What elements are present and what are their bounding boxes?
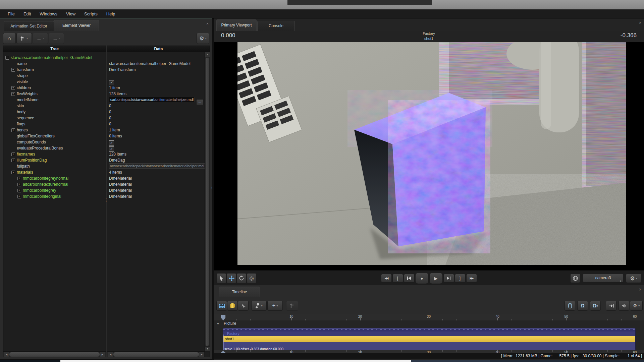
tree-node-body[interactable]: body <box>3 109 106 115</box>
go-to-playhead-button[interactable] <box>606 301 616 311</box>
options-button[interactable]: ⚙▾ <box>197 33 209 44</box>
tree-node-flexnames[interactable]: +flexnames <box>3 151 106 157</box>
audio-mute-button[interactable] <box>619 301 629 311</box>
expand-icon[interactable]: + <box>11 68 15 72</box>
tree-node-children[interactable]: +children <box>3 85 106 91</box>
home-button[interactable]: ⌂ <box>3 33 16 44</box>
playhead-marker[interactable] <box>221 315 225 320</box>
expand-icon[interactable]: + <box>17 189 21 192</box>
viewport-settings-button[interactable]: ⚙▾ <box>626 274 641 283</box>
attribute-text-input[interactable]: carbonitepack/starwarscarbonitematerialh… <box>109 97 195 102</box>
expand-icon[interactable]: + <box>17 183 21 186</box>
scrub-mode-button[interactable] <box>565 301 575 311</box>
play-button[interactable]: ▶ <box>429 273 443 284</box>
rewind-button[interactable]: ◀◀ <box>381 274 392 283</box>
forward-button[interactable]: →▾ <box>49 33 64 44</box>
tree-node-mmdcarboniteoriginal[interactable]: +mmdcarboniteoriginal <box>3 193 106 199</box>
tab-animation-set-editor[interactable]: Animation Set Editor <box>4 21 54 31</box>
scroll-right-icon[interactable]: ▶ <box>100 352 105 357</box>
tree-node-skin[interactable]: skin <box>3 103 106 109</box>
motion-editor-mode-button[interactable] <box>227 301 238 311</box>
scroll-up-icon[interactable]: ▲ <box>205 52 210 57</box>
tree-node-materials[interactable]: -materials <box>3 169 106 175</box>
tree-node-modelName[interactable]: modelName <box>3 97 106 103</box>
tab-console[interactable]: Console <box>257 21 295 31</box>
move-tool-button[interactable] <box>226 273 236 283</box>
tree-node-mmdcarbonitegrey[interactable]: +mmdcarbonitegrey <box>3 187 106 193</box>
tab-timeline[interactable]: Timeline <box>219 287 260 297</box>
record-button[interactable]: ● <box>415 273 429 284</box>
tree-node-globalFlexControllers[interactable]: globalFlexControllers <box>3 133 106 139</box>
render-viewport[interactable] <box>214 42 644 270</box>
tree-node-shape[interactable]: shape <box>3 73 106 79</box>
tree-node-flexWeights[interactable]: +flexWeights <box>3 91 106 97</box>
scroll-thumb[interactable] <box>9 352 100 357</box>
go-to-end-button[interactable] <box>443 274 454 283</box>
expand-icon[interactable]: + <box>17 177 21 180</box>
tree-node-sequence[interactable]: sequence <box>3 115 106 121</box>
expand-icon[interactable]: + <box>11 159 15 162</box>
scroll-left-icon[interactable]: ◀ <box>4 352 9 357</box>
checkbox[interactable]: ✓ <box>109 146 114 152</box>
menu-item-edit[interactable]: Edit <box>19 9 35 18</box>
tab-element-viewer[interactable]: Element Viewer <box>54 20 99 31</box>
shot-clip[interactable]: shot1 <box>223 336 635 342</box>
expand-icon[interactable]: + <box>11 128 15 132</box>
close-icon[interactable]: × <box>639 20 641 25</box>
add-bookmark-button[interactable]: ▾ <box>251 301 267 311</box>
fast-forward-button[interactable]: ▶▶ <box>466 274 477 283</box>
clip-in-button[interactable]: [ <box>392 274 403 283</box>
tab-primary-viewport[interactable]: Primary Viewport <box>216 19 257 31</box>
data-horizontal-scrollbar[interactable]: ◀ ▶ <box>107 351 205 357</box>
checkbox[interactable]: ✓ <box>109 140 114 145</box>
clip-editor-mode-button[interactable] <box>216 301 227 311</box>
snap-frame-button[interactable]: Ω● <box>590 301 601 311</box>
browse-button[interactable]: ... <box>196 99 204 105</box>
scroll-left-icon[interactable]: ◀ <box>108 352 113 357</box>
graph-editor-mode-button[interactable] <box>238 301 249 311</box>
clip-out-button[interactable]: ] <box>455 274 466 283</box>
snap-button[interactable]: Ω <box>577 301 588 311</box>
menu-item-scripts[interactable]: Scripts <box>80 9 102 18</box>
scroll-right-icon[interactable]: ▶ <box>199 352 205 357</box>
clip-left-handle[interactable] <box>223 335 224 350</box>
tree-node-flags[interactable]: flags <box>3 121 106 127</box>
menu-item-file[interactable]: File <box>3 9 19 18</box>
tree-node-transform[interactable]: +transform <box>3 67 106 73</box>
gyro-button[interactable] <box>570 274 580 283</box>
up-one-level-button[interactable] <box>286 301 298 311</box>
timeline-ruler-top[interactable]: 102030405060 <box>214 314 644 321</box>
tree-node-altcarbonitetexturenormal[interactable]: +altcarbonitetexturenormal <box>3 181 106 187</box>
tree-node-computeBounds[interactable]: computeBounds <box>3 139 106 145</box>
menu-item-help[interactable]: Help <box>102 9 120 18</box>
tree-node-mmdcarbonitegreynormal[interactable]: +mmdcarbonitegreynormal <box>3 175 106 181</box>
column-splitter-grip[interactable]: ⋮ <box>104 197 108 202</box>
camera-selector[interactable]: camera3 ▾ <box>583 274 623 283</box>
up-level-button[interactable]: ▾ <box>16 33 32 44</box>
expand-icon[interactable]: + <box>11 92 15 96</box>
expand-icon[interactable]: + <box>11 153 15 156</box>
data-vertical-scrollbar[interactable]: ▲ ▼ <box>205 52 210 352</box>
menu-item-view[interactable]: View <box>62 9 80 18</box>
tree-horizontal-scrollbar[interactable]: ◀ ▶ <box>3 351 106 357</box>
timeline-settings-button[interactable]: ⚙▾ <box>630 301 643 311</box>
go-to-start-button[interactable] <box>404 274 415 283</box>
tree-node-visible[interactable]: visible <box>3 79 106 85</box>
tree-node-fullpath[interactable]: fullpath <box>3 163 106 169</box>
add-clip-button[interactable]: +▾ <box>267 301 283 311</box>
scroll-down-icon[interactable]: ▼ <box>205 346 210 352</box>
close-icon[interactable]: × <box>639 287 641 292</box>
collapse-icon[interactable]: - <box>5 56 9 60</box>
close-icon[interactable]: × <box>206 21 209 26</box>
tree-node-starwarscarbonitematerialhelper_GameModel[interactable]: -starwarscarbonitematerialhelper_GameMod… <box>3 55 106 61</box>
scroll-thumb[interactable] <box>113 352 199 357</box>
scroll-thumb[interactable] <box>205 57 209 346</box>
collapse-track-icon[interactable]: ▼ <box>216 322 220 325</box>
back-button[interactable]: ←▾ <box>33 33 48 44</box>
tree-node-name[interactable]: name <box>3 61 106 67</box>
tree-node-evaluateProceduralBones[interactable]: evaluateProceduralBones <box>3 145 106 151</box>
menu-item-windows[interactable]: Windows <box>35 9 62 18</box>
tree-node-bones[interactable]: +bones <box>3 127 106 133</box>
select-tool-button[interactable] <box>216 273 226 283</box>
pivot-tool-button[interactable]: ◎ <box>247 273 257 283</box>
